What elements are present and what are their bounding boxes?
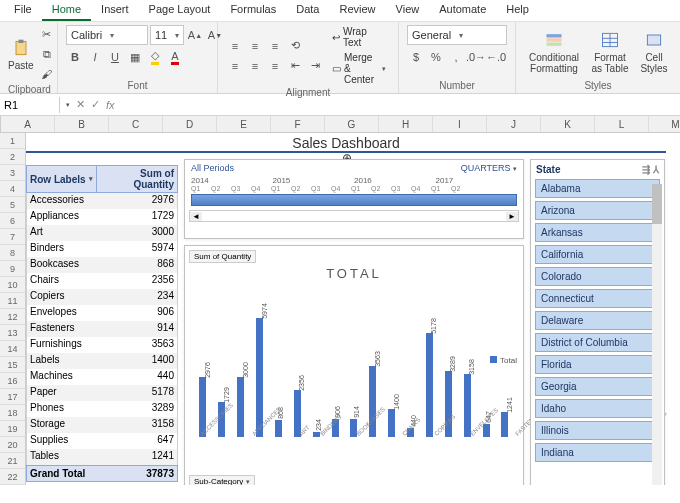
row-header[interactable]: 3 — [0, 165, 25, 181]
slicer-item[interactable]: Idaho — [535, 399, 660, 418]
timeline-slicer[interactable]: All Periods QUARTERS ▾ 2014201520162017 … — [184, 159, 524, 239]
menu-tab-review[interactable]: Review — [329, 0, 385, 21]
menu-tab-page-layout[interactable]: Page Layout — [139, 0, 221, 21]
row-header[interactable]: 14 — [0, 341, 25, 357]
cancel-icon[interactable]: ✕ — [76, 98, 85, 111]
menu-tab-file[interactable]: File — [4, 0, 42, 21]
pivot-row-labels-header[interactable]: Row Labels▾ — [27, 166, 97, 192]
column-header[interactable]: M — [649, 116, 680, 132]
align-center-button[interactable]: ≡ — [246, 57, 264, 75]
timeline-selection-bar[interactable] — [191, 194, 517, 206]
state-slicer[interactable]: State ⇶ ⅄ AlabamaArizonaArkansasCaliforn… — [530, 159, 665, 485]
pivot-data-row[interactable]: Storage3158 — [26, 417, 178, 433]
align-top-button[interactable]: ≡ — [226, 37, 244, 55]
align-right-button[interactable]: ≡ — [266, 57, 284, 75]
slicer-item[interactable]: Arkansas — [535, 223, 660, 242]
increase-decimal-button[interactable]: .0→ — [467, 48, 485, 66]
increase-font-button[interactable]: A▲ — [186, 26, 204, 44]
scroll-left-icon[interactable]: ◄ — [190, 212, 202, 221]
name-box[interactable]: R1 — [0, 97, 60, 113]
scrollbar-thumb[interactable] — [652, 184, 662, 224]
pivot-data-row[interactable]: Copiers234 — [26, 289, 178, 305]
borders-button[interactable]: ▦ — [126, 48, 144, 66]
chart-category-field-button[interactable]: Sub-Category ▾ — [189, 475, 255, 485]
pivot-data-row[interactable]: Envelopes906 — [26, 305, 178, 321]
column-header[interactable]: B — [55, 116, 109, 132]
pivot-data-row[interactable]: Fasteners914 — [26, 321, 178, 337]
row-header[interactable]: 4 — [0, 181, 25, 197]
merge-center-button[interactable]: ▭Merge & Center▾ — [328, 51, 390, 86]
slicer-item[interactable]: Delaware — [535, 311, 660, 330]
slicer-item[interactable]: Alabama — [535, 179, 660, 198]
row-header[interactable]: 5 — [0, 197, 25, 213]
column-header[interactable]: L — [595, 116, 649, 132]
pivot-data-row[interactable]: Tables1241 — [26, 449, 178, 465]
orientation-button[interactable]: ⟲ — [286, 37, 304, 55]
decrease-indent-button[interactable]: ⇤ — [286, 57, 304, 75]
menu-tab-home[interactable]: Home — [42, 0, 91, 21]
slicer-item[interactable]: Indiana — [535, 443, 660, 462]
row-header[interactable]: 6 — [0, 213, 25, 229]
row-header[interactable]: 11 — [0, 293, 25, 309]
row-header[interactable]: 16 — [0, 373, 25, 389]
column-header[interactable]: E — [217, 116, 271, 132]
pivot-data-row[interactable]: Labels1400 — [26, 353, 178, 369]
menu-tab-formulas[interactable]: Formulas — [220, 0, 286, 21]
row-header[interactable]: 17 — [0, 389, 25, 405]
decrease-decimal-button[interactable]: ←.0 — [487, 48, 505, 66]
pivot-data-row[interactable]: Supplies647 — [26, 433, 178, 449]
column-header[interactable]: A — [1, 116, 55, 132]
row-header[interactable]: 8 — [0, 245, 25, 261]
menu-tab-view[interactable]: View — [386, 0, 430, 21]
row-header[interactable]: 12 — [0, 309, 25, 325]
font-color-button[interactable]: A — [166, 48, 184, 66]
pivot-data-row[interactable]: Phones3289 — [26, 401, 178, 417]
format-painter-button[interactable]: 🖌 — [38, 65, 56, 83]
row-header[interactable]: 19 — [0, 421, 25, 437]
slicer-item[interactable]: District of Columbia — [535, 333, 660, 352]
timeline-level[interactable]: QUARTERS ▾ — [461, 163, 517, 173]
chart-values-field-button[interactable]: Sum of Quantity — [189, 250, 256, 263]
menu-tab-automate[interactable]: Automate — [429, 0, 496, 21]
column-header[interactable]: G — [325, 116, 379, 132]
slicer-item[interactable]: Colorado — [535, 267, 660, 286]
row-header[interactable]: 9 — [0, 261, 25, 277]
slicer-item[interactable]: Arizona — [535, 201, 660, 220]
pivot-table[interactable]: Row Labels▾ Sum of Quantity Accessories2… — [26, 165, 178, 482]
copy-button[interactable]: ⧉ — [38, 45, 56, 63]
cell-styles-button[interactable]: Cell Styles — [636, 25, 672, 79]
underline-button[interactable]: U — [106, 48, 124, 66]
filter-dropdown-icon[interactable]: ▾ — [89, 175, 93, 183]
slicer-scrollbar[interactable] — [652, 184, 662, 485]
slicer-item[interactable]: Illinois — [535, 421, 660, 440]
clear-filter-icon[interactable]: ⅄ — [653, 164, 659, 175]
increase-indent-button[interactable]: ⇥ — [306, 57, 324, 75]
pivot-data-row[interactable]: Binders5974 — [26, 241, 178, 257]
menu-tab-help[interactable]: Help — [496, 0, 539, 21]
pivot-data-row[interactable]: Furnishings3563 — [26, 337, 178, 353]
slicer-item[interactable]: Florida — [535, 355, 660, 374]
number-format-combo[interactable]: General▾ — [407, 25, 507, 45]
column-header[interactable]: H — [379, 116, 433, 132]
name-box-dropdown-icon[interactable]: ▾ — [66, 101, 70, 109]
bold-button[interactable]: B — [66, 48, 84, 66]
align-bottom-button[interactable]: ≡ — [266, 37, 284, 55]
column-header[interactable]: J — [487, 116, 541, 132]
italic-button[interactable]: I — [86, 48, 104, 66]
column-header[interactable]: I — [433, 116, 487, 132]
column-header[interactable]: D — [163, 116, 217, 132]
slicer-item[interactable]: Connecticut — [535, 289, 660, 308]
menu-tab-data[interactable]: Data — [286, 0, 329, 21]
enter-icon[interactable]: ✓ — [91, 98, 100, 111]
accounting-button[interactable]: $ — [407, 48, 425, 66]
conditional-formatting-button[interactable]: Conditional Formatting — [524, 25, 584, 79]
column-header[interactable]: K — [541, 116, 595, 132]
formula-input[interactable] — [121, 103, 680, 107]
pivot-data-row[interactable]: Art3000 — [26, 225, 178, 241]
slicer-item[interactable]: California — [535, 245, 660, 264]
font-size-combo[interactable]: 11▾ — [150, 25, 184, 45]
multi-select-icon[interactable]: ⇶ — [642, 164, 650, 175]
pivot-data-row[interactable]: Chairs2356 — [26, 273, 178, 289]
row-header[interactable]: 7 — [0, 229, 25, 245]
row-header[interactable]: 20 — [0, 437, 25, 453]
